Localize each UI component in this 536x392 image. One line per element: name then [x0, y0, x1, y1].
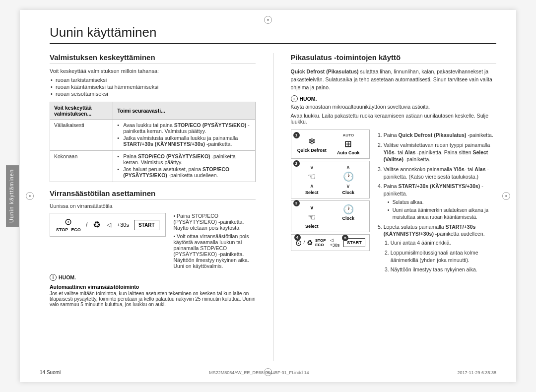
page-footer: 14 Suomi MS22M8054AW_EE_DE68-04445F-01_F…	[40, 370, 496, 375]
saving-instructions: • Paina STOP/ECO (PYSÄYTYS/EKO) -painike…	[174, 213, 256, 269]
target-left	[26, 192, 34, 200]
section1-bullets: ruoan tarkistamiseksi ruoan kääntämiseks…	[50, 77, 256, 97]
clock-btn-row2: ∧ 🕐 ∨ Clock	[332, 164, 365, 195]
table-col2-header: Toimi seuraavasti...	[113, 102, 255, 120]
pikasulatus-middle-text: Avaa luukku. Laita pakastettu ruoka kera…	[291, 113, 497, 125]
step-3: Valitse annoskoko painamalla Ylös- tai A…	[384, 166, 496, 180]
arrow-down-3: ∨	[310, 204, 314, 211]
list-item: Avaa luukku tai paina STOP/ECO (PYSÄYTYS…	[117, 122, 251, 134]
bullet-2: ruoan kääntämiseksi tai hämmentämiseksi	[50, 84, 256, 90]
panel-row2: 2 ∨ ☜ ∧ Select ∧ 🕐 ∨ Clock	[291, 161, 370, 198]
section-pikasulatus-title: Pikasulatus -toimintojen käyttö	[291, 53, 497, 64]
select-btn-row2: 2 ∨ ☜ ∧ Select	[295, 164, 329, 195]
select-label-row2: Select	[305, 190, 319, 195]
note-label: HUOM.	[59, 274, 76, 280]
panel-row1: 1 ❄ Quick Defrost AUTO ⊞ Auto Cook	[291, 130, 370, 159]
note-subtitle: Automaattinen virransäästötoiminto	[50, 284, 256, 290]
page: Uunin käyttäminen Uunin käyttäminen Valm…	[20, 10, 516, 382]
table-cell-valiaikaisesti: Väliaikaisesti	[50, 120, 113, 151]
step-5: Lopeta sulatus painamalla START/+30s (KÄ…	[384, 223, 496, 273]
panel-row4: 4 ⊙ / ♻ STOP ECO ◁ +30s	[291, 234, 370, 251]
note-icon: i	[50, 274, 57, 281]
pikasulatus-note-text: Käytä ainoastaan mikroaaltouunikäyttöön …	[291, 104, 497, 110]
grid-icon: ⊞	[344, 138, 352, 149]
clock-icon-3: 🕐	[343, 204, 354, 215]
step-badge-2: 2	[293, 160, 300, 167]
table-cell-kokonaan-actions: Paina STOP/ECO (PYSÄYTYS/EKO) -painikett…	[113, 151, 255, 182]
note-text: Jos et valitse mitään toimintoa, kun lai…	[50, 291, 256, 307]
hand-icon-3: ☜	[308, 212, 316, 223]
clock-btn-row3: 🕐 Clock	[332, 204, 365, 229]
footer-date-info: 2017-11-29 6:35:38	[457, 370, 496, 375]
eco-icon: ♻	[93, 220, 101, 229]
page-title: Uunin käyttäminen	[50, 25, 496, 44]
stop-eco-btn-icon: ⊙ STOP ECO	[56, 217, 81, 232]
auto-label: AUTO	[343, 133, 354, 137]
table-col1-header: Voit keskeyttää valmistuksen...	[50, 102, 113, 120]
control-panel-diagram: 1 ❄ Quick Defrost AUTO ⊞ Auto Cook	[291, 130, 370, 251]
step-5-item2: Loppumisilmoitussignaali antaa kolme ään…	[391, 249, 496, 263]
start-button-diagram: START	[134, 220, 159, 230]
step-4-item1: Sulatus alkaa.	[388, 199, 496, 206]
stop-eco-labels: STOP ECO	[315, 238, 326, 247]
section2-title: Virransäästötilan asettaminen	[50, 189, 256, 200]
right-column: Pikasulatus -toimintojen käyttö Quick De…	[291, 53, 497, 361]
stop-eco-row4: 4 ⊙ / ♻ STOP ECO	[295, 238, 326, 248]
button-diagram: ⊙ STOP ECO / ♻ ◁ +30s START	[50, 213, 166, 237]
footer-file-info: MS22M8054AW_EE_DE68-04445F-01_FI.indd 14	[209, 370, 309, 375]
clock-label-row3: Clock	[342, 216, 355, 221]
select-btn-row3: 3 ∨ ☜ Select	[295, 204, 329, 229]
side-tab: Uunin käyttäminen	[6, 165, 19, 227]
auto-cook-label: Auto Cook	[337, 150, 360, 155]
section1-intro: Voit keskeyttää valmistuksen milloin tah…	[50, 68, 256, 74]
step-2: Valitse valmistettavan ruoan tyyppi pain…	[384, 141, 496, 163]
section1-title: Valmistuksen keskeyttäminen	[50, 53, 256, 64]
pikasulatus-note: i HUOM.	[291, 95, 497, 102]
section-virransaasto: Virransäästötilan asettaminen Uunissa on…	[50, 189, 256, 307]
arrow-up-icon2: ∧	[310, 183, 314, 189]
clock-label-row2: Clock	[342, 190, 355, 195]
page-number: 14 Suomi	[40, 370, 61, 375]
table-row: Väliaikaisesti Avaa luukku tai paina STO…	[50, 120, 256, 151]
step-badge-1: 1	[293, 132, 300, 138]
list-item: Paina STOP/ECO (PYSÄYTYS/EKO) -painikett…	[117, 153, 251, 165]
section2-desc: Uunissa on virransäästötila.	[50, 203, 256, 209]
eco-icon-4: ♻	[307, 239, 313, 247]
step-4: Paina START/+30s (KÄYNNISTYS/+30s) -pain…	[384, 183, 496, 220]
list-item: Jatka valmistusta sulkemalla luukku ja p…	[117, 135, 251, 147]
table-cell-valiaikaisesti-actions: Avaa luukku tai paina STOP/ECO (PYSÄYTYS…	[113, 120, 255, 151]
section-valmistuksen: Valmistuksen keskeyttäminen Voit keskeyt…	[50, 53, 256, 182]
note-circle-icon: i	[291, 95, 298, 102]
left-column: Valmistuksen keskeyttäminen Voit keskeyt…	[50, 53, 256, 361]
arrow-down-clock: ∨	[346, 183, 350, 189]
pikasulatus-desc: Quick Defrost (Pikasulatus) sulattaa lih…	[291, 68, 497, 91]
step-5-item3: Näyttöön ilmestyy taas nykyinen aika.	[391, 266, 496, 273]
target-right	[502, 192, 510, 200]
content-columns: Valmistuksen keskeyttäminen Voit keskeyt…	[50, 53, 496, 361]
step-1: Paina Quick Defrost (Pikasulatus) -paini…	[384, 131, 496, 139]
column-divider	[273, 53, 273, 361]
step-badge-4: 4	[294, 234, 301, 241]
auto-cook-btn: AUTO ⊞ Auto Cook	[332, 133, 365, 155]
interrupt-table: Voit keskeyttää valmistuksen... Toimi se…	[50, 102, 256, 182]
table-row: Kokonaan Paina STOP/ECO (PYSÄYTYS/EKO) -…	[50, 151, 256, 182]
bullet-1: ruoan tarkistamiseksi	[50, 77, 256, 83]
target-top	[264, 16, 272, 24]
panel-row3: 3 ∨ ☜ Select 🕐 Clock	[291, 200, 370, 232]
instructions-list: Paina Quick Defrost (Pikasulatus) -paini…	[377, 130, 496, 276]
select-label-row3: Select	[305, 224, 319, 229]
start-row4: 5 START	[343, 238, 365, 247]
table-cell-kokonaan: Kokonaan	[50, 151, 113, 182]
quick-defrost-label: Quick Defrost	[297, 148, 327, 153]
arrow-up-clock: ∧	[346, 164, 350, 170]
step-badge-3: 3	[293, 200, 300, 206]
hand-icon: ☜	[308, 171, 316, 182]
list-item: Jos haluat perua asetukset, paina STOP/E…	[117, 166, 251, 178]
snowflake-icon: ❄	[308, 136, 316, 147]
panel-and-instructions: 1 ❄ Quick Defrost AUTO ⊞ Auto Cook	[291, 130, 497, 276]
step-5-item1: Uuni antaa 4 äänimerkkiä.	[391, 239, 496, 247]
clock-icon: 🕐	[343, 171, 354, 182]
quick-defrost-btn: 1 ❄ Quick Defrost	[295, 136, 329, 153]
pikasulatus-note-label: HUOM.	[300, 96, 317, 102]
step-4-item2: Uuni antaa äänimerkin sulatuksen aikana …	[388, 207, 496, 221]
